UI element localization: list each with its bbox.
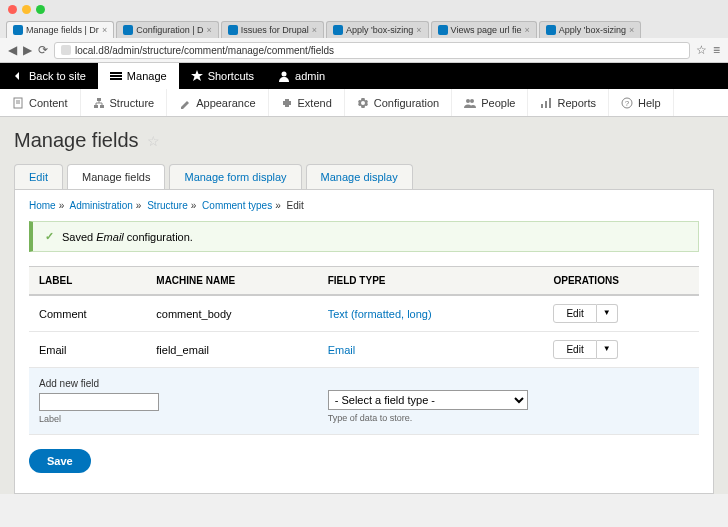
window-controls xyxy=(0,0,728,18)
maximize-window-icon[interactable] xyxy=(36,5,45,14)
favorite-star-icon[interactable]: ☆ xyxy=(147,133,160,149)
edit-button[interactable]: Edit xyxy=(553,340,596,359)
admin-appearance[interactable]: Appearance xyxy=(167,89,268,116)
svg-rect-2 xyxy=(110,78,122,80)
bookmark-icon[interactable]: ☆ xyxy=(696,43,707,57)
svg-point-3 xyxy=(282,72,287,77)
star-icon xyxy=(191,70,203,82)
close-window-icon[interactable] xyxy=(8,5,17,14)
forward-icon[interactable]: ▶ xyxy=(23,43,32,57)
svg-rect-1 xyxy=(110,75,122,77)
breadcrumb-current: Edit xyxy=(286,200,303,211)
browser-chrome: Manage fields | Dr×Configuration | D×Iss… xyxy=(0,0,728,63)
manage-button[interactable]: Manage xyxy=(98,63,179,89)
add-field-label-hint: Label xyxy=(39,414,308,424)
admin-extend-label: Extend xyxy=(298,97,332,109)
tab-favicon-icon xyxy=(13,25,23,35)
admin-configuration[interactable]: Configuration xyxy=(345,89,452,116)
page-title-text: Manage fields xyxy=(14,129,139,152)
svg-rect-16 xyxy=(541,104,543,108)
browser-tab[interactable]: Apply 'box-sizing× xyxy=(326,21,429,38)
admin-structure[interactable]: Structure xyxy=(81,89,168,116)
admin-reports-label: Reports xyxy=(557,97,596,109)
admin-people[interactable]: People xyxy=(452,89,528,116)
svg-rect-9 xyxy=(100,105,104,108)
admin-reports[interactable]: Reports xyxy=(528,89,609,116)
back-icon[interactable]: ◀ xyxy=(8,43,17,57)
primary-tabs: Edit Manage fields Manage form display M… xyxy=(14,164,714,189)
browser-tab[interactable]: Apply 'box-sizing× xyxy=(539,21,642,38)
field-type-select[interactable]: - Select a field type - xyxy=(328,390,528,410)
menu-icon[interactable]: ≡ xyxy=(713,43,720,57)
admin-extend[interactable]: Extend xyxy=(269,89,345,116)
admin-help[interactable]: ? Help xyxy=(609,89,674,116)
tab-manage-form-display[interactable]: Manage form display xyxy=(169,164,301,189)
tab-close-icon[interactable]: × xyxy=(629,25,634,35)
admin-menu: Content Structure Appearance Extend Conf… xyxy=(0,89,728,117)
minimize-window-icon[interactable] xyxy=(22,5,31,14)
tab-label: Views page url fie xyxy=(451,25,522,35)
page-title: Manage fields ☆ xyxy=(14,129,714,152)
admin-content-label: Content xyxy=(29,97,68,109)
back-to-site-label: Back to site xyxy=(29,70,86,82)
manage-label: Manage xyxy=(127,70,167,82)
cell-machine: comment_body xyxy=(146,295,317,332)
admin-appearance-label: Appearance xyxy=(196,97,255,109)
dropdown-toggle-icon[interactable]: ▼ xyxy=(597,304,618,323)
tab-close-icon[interactable]: × xyxy=(524,25,529,35)
tab-manage-display[interactable]: Manage display xyxy=(306,164,413,189)
tab-label: Manage fields | Dr xyxy=(26,25,99,35)
th-machine: MACHINE NAME xyxy=(146,267,317,296)
tab-close-icon[interactable]: × xyxy=(207,25,212,35)
shortcuts-button[interactable]: Shortcuts xyxy=(179,63,266,89)
table-row: Emailfield_emailEmailEdit▼ xyxy=(29,332,699,368)
save-button[interactable]: Save xyxy=(29,449,91,473)
svg-point-15 xyxy=(470,99,474,103)
cell-label: Comment xyxy=(29,295,146,332)
table-row: Commentcomment_bodyText (formatted, long… xyxy=(29,295,699,332)
back-to-site-button[interactable]: Back to site xyxy=(0,63,98,89)
tab-close-icon[interactable]: × xyxy=(102,25,107,35)
fields-table: LABEL MACHINE NAME FIELD TYPE OPERATIONS… xyxy=(29,266,699,435)
gear-icon xyxy=(357,97,369,109)
appearance-icon xyxy=(179,97,191,109)
browser-tab-bar: Manage fields | Dr×Configuration | D×Iss… xyxy=(0,18,728,38)
field-type-link[interactable]: Text (formatted, long) xyxy=(328,308,432,320)
tab-label: Configuration | D xyxy=(136,25,203,35)
breadcrumb-admin[interactable]: Administration xyxy=(69,200,132,211)
url-text: local.d8/admin/structure/comment/manage/… xyxy=(75,45,334,56)
main-panel: Home» Administration» Structure» Comment… xyxy=(14,189,714,494)
tab-close-icon[interactable]: × xyxy=(312,25,317,35)
edit-button[interactable]: Edit xyxy=(553,304,596,323)
field-type-link[interactable]: Email xyxy=(328,344,356,356)
add-field-label-input[interactable] xyxy=(39,393,159,411)
add-field-title: Add new field xyxy=(39,378,308,389)
browser-tab[interactable]: Manage fields | Dr× xyxy=(6,21,114,38)
admin-configuration-label: Configuration xyxy=(374,97,439,109)
breadcrumb-home[interactable]: Home xyxy=(29,200,56,211)
svg-rect-18 xyxy=(549,98,551,108)
browser-tab[interactable]: Configuration | D× xyxy=(116,21,219,38)
admin-user-button[interactable]: admin xyxy=(266,63,337,89)
breadcrumb-comment-types[interactable]: Comment types xyxy=(202,200,272,211)
people-icon xyxy=(464,97,476,109)
admin-people-label: People xyxy=(481,97,515,109)
svg-point-14 xyxy=(466,99,470,103)
breadcrumb-structure[interactable]: Structure xyxy=(147,200,188,211)
tab-edit[interactable]: Edit xyxy=(14,164,63,189)
field-type-hint: Type of data to store. xyxy=(328,413,689,423)
tab-manage-fields[interactable]: Manage fields xyxy=(67,164,166,189)
cell-machine: field_email xyxy=(146,332,317,368)
back-arrow-icon xyxy=(12,70,24,82)
tab-label: Issues for Drupal xyxy=(241,25,309,35)
reload-icon[interactable]: ⟳ xyxy=(38,43,48,57)
browser-tab[interactable]: Views page url fie× xyxy=(431,21,537,38)
drupal-toolbar: Back to site Manage Shortcuts admin xyxy=(0,63,728,89)
tab-close-icon[interactable]: × xyxy=(416,25,421,35)
browser-tab[interactable]: Issues for Drupal× xyxy=(221,21,324,38)
admin-content[interactable]: Content xyxy=(0,89,81,116)
dropdown-toggle-icon[interactable]: ▼ xyxy=(597,340,618,359)
url-bar[interactable]: local.d8/admin/structure/comment/manage/… xyxy=(54,42,690,59)
status-text: Saved Email configuration. xyxy=(62,231,193,243)
svg-rect-17 xyxy=(545,101,547,108)
